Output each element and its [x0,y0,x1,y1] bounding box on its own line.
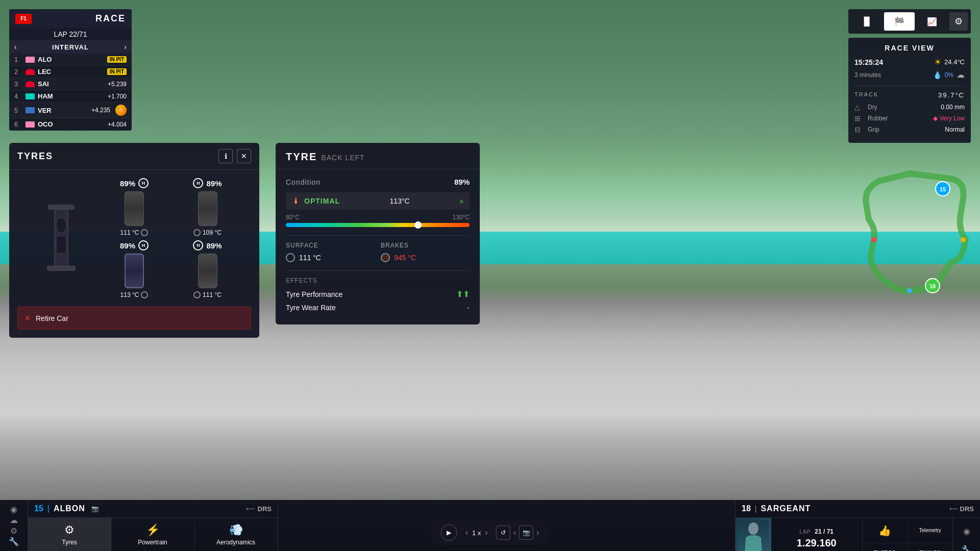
settings-btn[interactable]: ⚙ [949,12,968,31]
driver-row[interactable]: 6 OCO +4.004 [9,118,132,131]
fr-compound: H [193,178,203,188]
side-icon-active[interactable]: 🔧 [5,536,23,547]
nav-tab-tyres[interactable]: ⚙ Tyres [28,518,111,551]
grip-row: ⊟ Grip Normal [854,126,965,134]
action-tactics[interactable]: TACTICS [863,544,908,552]
side-icon-tyre[interactable]: ◉ [5,504,23,515]
temp-slider-bar [286,223,470,227]
sargeant-drs: ⟵ DRS [949,505,974,513]
air-temp: 24.4°C [944,58,965,66]
track-section: TRACK 39.7°C △ Dry 0.00 mm ⊞ Rubber ◆ Ve… [854,86,965,134]
side-icon-settings[interactable]: ⚙ [5,525,23,536]
tyre-detail-body: Condition 89% 🌡 OPTIMAL 113°C » 80°C 130… [276,169,480,324]
albon-drs-label: DRS [258,505,272,513]
fl-temp-val: 111 °C [120,229,139,236]
team-icon-alpine-oco [26,121,35,128]
tab-standings[interactable]: ▐▌ [851,12,882,31]
play-btn[interactable]: ▶ [441,524,457,541]
retire-car-btn[interactable]: ✕ Retire Car [17,307,251,330]
svg-point-3 [56,218,66,233]
sargeant-drs-label: DRS [960,505,974,513]
svg-rect-2 [47,266,75,270]
interval-prev[interactable]: ‹ [14,43,17,51]
surface-col: SURFACE 111 °C [286,242,375,262]
speed-next[interactable]: › [485,528,487,537]
tyres-nav-icon: ⚙ [64,523,75,537]
nav-tab-powertrain[interactable]: ⚡ Powertrain [111,518,194,551]
action-telemetry[interactable]: Telemetry [908,518,953,544]
sargeant-body: LAP 21 / 71 1.29.160 👍 Telemetry TACTICS [736,518,980,551]
temp-slider: 80°C 130°C [286,214,470,227]
albon-drs-arrow: ⟵ [246,505,255,512]
lap-count-s: 21 / 71 [815,528,834,535]
svg-point-9 [961,237,966,242]
cam-view-btn[interactable]: 📷 [519,525,533,540]
svg-point-10 [871,237,876,242]
rr-compound: H [193,240,203,251]
cam-rotate-btn[interactable]: ↺ [496,525,510,540]
condition-label: Condition [286,178,321,186]
svg-point-12 [748,522,758,535]
driver-row[interactable]: 4 HAM +1.700 [9,90,132,103]
sargeant-icon-tool: 🔧 [962,545,972,552]
fl-temp: 111 °C [120,229,149,236]
brakes-temp: 945 °C [394,254,416,262]
powertrain-nav-icon: ⚡ [146,523,160,537]
grip-value: Normal [945,126,965,133]
optimal-arrows: » [459,197,463,205]
race-standings-panel: F1 RACE LAP 22/71 ‹ INTERVAL › 1 ALO IN … [9,9,132,131]
interval-next[interactable]: › [124,43,127,51]
tyre-performance-value: ⬆⬆ [456,289,470,299]
nav-tab-aerodynamics[interactable]: 💨 Aerodynamics [194,518,278,551]
lap-label-s: LAP [799,529,811,535]
action-timings[interactable]: TIMINGS [908,544,953,552]
gear-icon: ⚙ [954,16,963,27]
retire-car-label: Retire Car [36,314,68,322]
tyre-front-left[interactable]: 89% H 111 °C [109,178,160,236]
track-map: 15 18 [848,163,971,306]
action-thumbs-up[interactable]: 👍 [863,518,908,544]
race-view-title: RACE VIEW [854,44,965,52]
sun-icon: ☀ [934,57,941,67]
cam-next[interactable]: › [536,528,539,537]
f1-logo: F1 [15,14,32,24]
temp-range-labels: 80°C 130°C [286,214,470,221]
tyre-rear-right[interactable]: H 89% 111 °C [164,240,251,298]
rubber-label: Rubber [868,115,929,122]
tyres-close-btn[interactable]: ✕ [237,149,251,163]
bottom-side-icons: ◉ ☁ ⚙ 🔧 [0,500,28,551]
sargeant-icon-2[interactable]: 🔧 [958,540,976,551]
rubber-row: ⊞ Rubber ◆ Very Low [854,114,965,122]
driver-row[interactable]: 5 VER +4.235 ⏱ [9,103,132,118]
tyres-info-btn[interactable]: ℹ [218,149,233,163]
status-lec: IN PIT [107,68,127,75]
surface-value-row: 111 °C [286,253,375,262]
tyre-word: TYRE [286,151,317,163]
driver-row[interactable]: 3 SAI +5.239 [9,78,132,90]
play-icon: ▶ [447,529,451,536]
side-icon-aero[interactable]: ☁ [5,515,23,525]
team-icon-ferrari-sai [26,81,35,87]
rl-compound-label: H [142,243,145,248]
sargeant-panel: 18 | SARGEANT ⟵ DRS [735,500,980,551]
cam-prev[interactable]: ‹ [513,528,516,537]
view-tabs: ▐▌ 🏁 📈 ⚙ [848,9,971,34]
sargeant-icon-1[interactable]: ◉ [958,522,976,540]
retire-x-icon: ✕ [24,313,31,323]
brakes-value-row: 945 °C [381,253,470,262]
speed-prev[interactable]: ‹ [465,528,468,537]
sargeant-number: 18 [742,504,751,513]
rl-top: 89% H [120,240,149,251]
temp-min: 80°C [286,214,300,221]
tab-race-view[interactable]: 🏁 [884,12,915,31]
tyre-rear-left[interactable]: 89% H 113 °C [109,240,160,298]
tab-telemetry[interactable]: 📈 [917,12,947,31]
driver-row[interactable]: 1 ALO IN PIT [9,54,132,66]
driver-ver: VER [38,107,82,114]
effects-section: EFFECTS Tyre Performance ⬆⬆ Tyre Wear Ra… [286,270,470,312]
driver-row[interactable]: 2 LEC IN PIT [9,66,132,78]
rl-visual [125,254,144,288]
tyre-front-right[interactable]: H 89% 109 °C [164,178,251,236]
car-diagram [17,178,105,298]
weather-info: ☀ 24.4°C [934,57,965,67]
